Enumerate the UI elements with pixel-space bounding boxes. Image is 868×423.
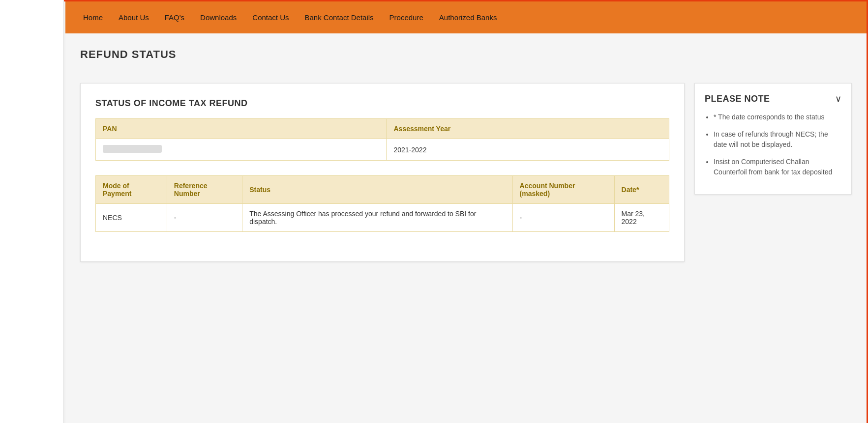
please-note-item-3: Insist on Computerised Challan Counterfo…: [714, 157, 841, 177]
sidebar: [0, 0, 64, 423]
page-title: REFUND STATUS: [80, 48, 852, 61]
details-status: The Assessing Officer has processed your…: [242, 204, 512, 232]
please-note-item-1: * The date corresponds to the status: [714, 112, 841, 122]
nav-contact-us[interactable]: Contact Us: [244, 13, 297, 22]
nav-authorized-banks[interactable]: Authorized Banks: [431, 13, 505, 22]
details-date: Mar 23, 2022: [614, 204, 669, 232]
details-account: -: [512, 204, 614, 232]
details-reference: -: [167, 204, 242, 232]
details-table-row: NECS - The Assessing Officer has process…: [96, 204, 669, 232]
details-header-account: Account Number (masked): [512, 176, 614, 204]
nav-downloads[interactable]: Downloads: [192, 13, 244, 22]
nav-procedure[interactable]: Procedure: [382, 13, 431, 22]
details-header-mode: Mode of Payment: [96, 176, 167, 204]
details-header-ref: Reference Number: [167, 176, 242, 204]
chevron-down-icon[interactable]: ∨: [835, 93, 841, 104]
please-note-header: PLEASE NOTE ∨: [705, 93, 841, 104]
please-note-item-2: In case of refunds through NECS; the dat…: [714, 129, 841, 150]
status-section-title: STATUS OF INCOME TAX REFUND: [95, 98, 669, 109]
info-table-ay: 2021-2022: [387, 139, 669, 161]
nav-home[interactable]: Home: [75, 13, 111, 22]
title-divider: [80, 71, 852, 71]
navbar: Home About Us FAQ's Downloads Contact Us…: [65, 1, 867, 33]
nav-faqs[interactable]: FAQ's: [157, 13, 192, 22]
please-note-list: * The date corresponds to the status In …: [705, 112, 841, 177]
right-panel: PLEASE NOTE ∨ * The date corresponds to …: [694, 83, 852, 195]
details-mode: NECS: [96, 204, 167, 232]
info-table-header-ay: Assessment Year: [387, 119, 669, 139]
details-table: Mode of Payment Reference Number Status …: [95, 175, 669, 232]
please-note-title: PLEASE NOTE: [705, 94, 770, 104]
content-row: STATUS OF INCOME TAX REFUND PAN Assessme…: [80, 83, 852, 262]
pan-blurred-value: [103, 145, 162, 153]
info-table-row: 2021-2022: [96, 139, 669, 161]
left-panel: STATUS OF INCOME TAX REFUND PAN Assessme…: [80, 83, 685, 262]
info-table: PAN Assessment Year 2021-2022: [95, 118, 669, 161]
nav-about-us[interactable]: About Us: [111, 13, 157, 22]
details-header-status: Status: [242, 176, 512, 204]
details-header-date: Date*: [614, 176, 669, 204]
page-content: REFUND STATUS STATUS OF INCOME TAX REFUN…: [65, 33, 867, 423]
info-table-header-pan: PAN: [96, 119, 387, 139]
nav-bank-contact-details[interactable]: Bank Contact Details: [297, 13, 382, 22]
info-table-pan: [96, 139, 387, 161]
